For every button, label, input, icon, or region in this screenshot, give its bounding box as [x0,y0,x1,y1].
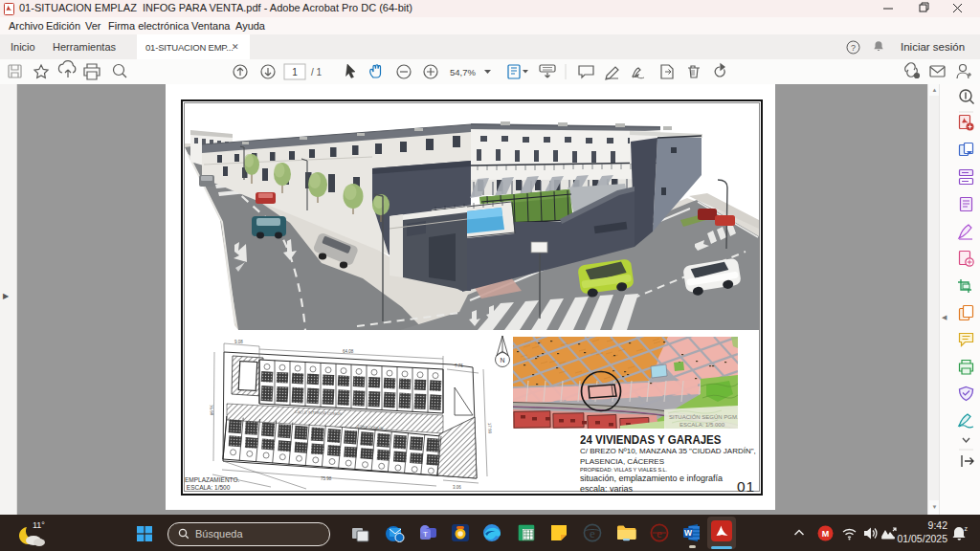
svg-text:W: W [684,528,693,538]
svg-text:17.93: 17.93 [487,423,493,434]
svg-text:54,7%: 54,7% [450,67,476,77]
svg-text:76.98: 76.98 [209,405,214,416]
svg-text:11°: 11° [33,520,45,530]
svg-text:1: 1 [292,67,298,77]
svg-text:64.08: 64.08 [343,349,354,354]
svg-text:e: e [590,526,595,540]
svg-text:9.08: 9.08 [234,340,243,344]
svg-text:z: z [965,525,969,532]
svg-text:75.98: 75.98 [321,476,332,481]
svg-text:M: M [822,529,830,539]
svg-text:SITUACIÓN SEGÚN PGM.: SITUACIÓN SEGÚN PGM. [669,414,738,420]
svg-text:ESCALA: 1/5.000: ESCALA: 1/5.000 [679,422,725,428]
svg-text:3.06: 3.06 [453,485,461,490]
svg-text:/ 1: / 1 [311,67,323,77]
svg-text:T: T [423,530,428,539]
svg-text:7.76: 7.76 [455,364,463,368]
svg-text:?: ? [851,43,856,53]
svg-text:N: N [500,357,504,364]
